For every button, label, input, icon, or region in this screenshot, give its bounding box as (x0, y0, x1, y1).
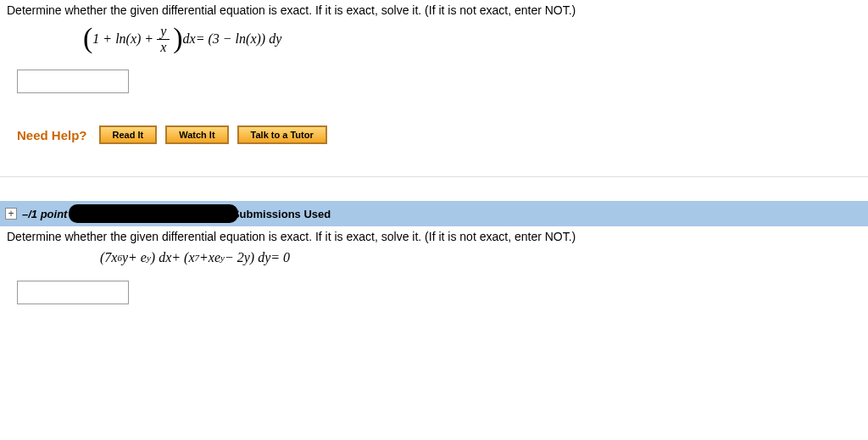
eq-var: y (264, 250, 270, 265)
answer-input-1[interactable] (17, 70, 129, 93)
eq-text: (7 (100, 250, 111, 265)
eq-var: y (122, 250, 128, 265)
need-help-label: Need Help? (17, 128, 87, 142)
question-1-equation: ( 1 + ln(x) + y x ) dx = (3 − ln(x)) dy (83, 24, 861, 54)
talk-tutor-button[interactable]: Talk to a Tutor (237, 125, 327, 144)
question-2-prompt: Determine whether the given differential… (7, 230, 861, 243)
eq-var: x (250, 31, 256, 47)
eq-text: ) + (136, 31, 153, 47)
eq-text: + e (128, 250, 147, 265)
eq-text: − 2 (225, 250, 244, 265)
eq-var: x (131, 31, 136, 47)
question-2: Determine whether the given differential… (0, 226, 868, 315)
help-row: Need Help? Read It Watch It Talk to a Tu… (17, 125, 861, 144)
fraction: y x (157, 24, 170, 54)
question-2-header: + –/1 point /6 Submissions Used (0, 201, 868, 226)
eq-text: ) d (250, 250, 264, 265)
watch-it-button[interactable]: Watch It (165, 125, 228, 144)
eq-var: x (111, 250, 117, 265)
eq-text: = (3 − ln( (196, 31, 251, 47)
eq-text: e (214, 250, 220, 265)
eq-var: x (188, 250, 194, 265)
eq-text: = 0 (270, 250, 290, 265)
fraction-num: y (157, 24, 170, 40)
fraction-den: x (157, 40, 170, 55)
eq-text: d (183, 31, 190, 47)
answer-input-2[interactable] (17, 281, 129, 304)
submissions-label: /6 Submissions Used (220, 208, 331, 220)
eq-var: x (165, 250, 171, 265)
eq-var: y (244, 250, 250, 265)
eq-var: x (209, 250, 214, 265)
divider (0, 176, 868, 177)
question-1: Determine whether the given differential… (0, 0, 868, 166)
expand-icon[interactable]: + (5, 208, 17, 220)
eq-text: 1 + ln( (92, 31, 131, 47)
question-2-equation: (7x6y + ey) dx + (x7 + xey − 2y) dy = 0 (100, 250, 861, 265)
question-1-prompt: Determine whether the given differential… (7, 3, 861, 17)
redacted-region (69, 204, 238, 223)
eq-text: + ( (171, 250, 188, 265)
points-label: –/1 point (22, 208, 67, 220)
eq-text: ) d (151, 250, 165, 265)
eq-var: y (275, 31, 281, 47)
eq-text: + (199, 250, 209, 265)
read-it-button[interactable]: Read It (99, 125, 158, 144)
eq-var: x (190, 31, 196, 47)
eq-text: )) d (257, 31, 276, 47)
